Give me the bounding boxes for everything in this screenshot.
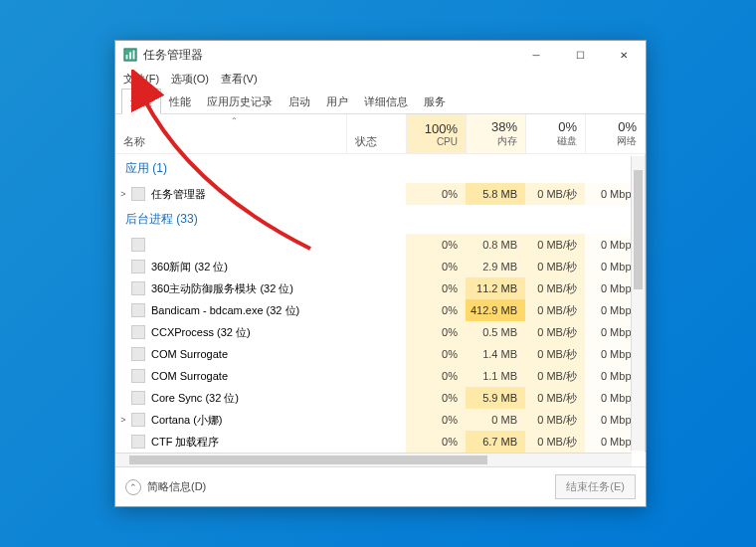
process-name: Bandicam - bdcam.exe (32 位): [131, 303, 346, 318]
process-row[interactable]: CTF 加载程序0%6.7 MB0 MB/秒0 Mbps: [115, 431, 645, 453]
network-label: 网络: [590, 134, 637, 148]
tab-performance[interactable]: 性能: [161, 90, 199, 113]
process-row[interactable]: 360主动防御服务模块 (32 位)0%11.2 MB0 MB/秒0 Mbps: [115, 277, 645, 299]
cell-disk: 0 MB/秒: [525, 431, 585, 453]
process-name: COM Surrogate: [131, 369, 346, 383]
process-icon: [131, 413, 145, 427]
window-title: 任务管理器: [143, 47, 514, 64]
group-apps: 应用 (1): [115, 154, 645, 183]
process-icon: [131, 187, 145, 201]
process-name: CCXProcess (32 位): [131, 325, 346, 340]
minimize-button[interactable]: ─: [514, 41, 558, 69]
col-disk[interactable]: 0% 磁盘: [526, 114, 586, 153]
process-row[interactable]: COM Surrogate0%1.1 MB0 MB/秒0 Mbps: [115, 365, 645, 387]
app-icon: [123, 48, 137, 62]
vscroll-thumb[interactable]: [634, 170, 643, 289]
process-icon: [131, 260, 145, 274]
expand-chevron-icon[interactable]: >: [115, 189, 131, 199]
cell-memory: 0.8 MB: [466, 234, 525, 256]
titlebar[interactable]: 任务管理器 ─ ☐ ✕: [115, 41, 646, 69]
col-memory[interactable]: 38% 内存: [467, 114, 526, 153]
tab-startup[interactable]: 启动: [281, 90, 318, 113]
col-network[interactable]: 0% 网络: [586, 114, 646, 153]
network-pct: 0%: [590, 119, 637, 134]
cell-cpu: 0%: [406, 431, 466, 453]
process-row[interactable]: >Cortana (小娜)0%0 MB0 MB/秒0 Mbps: [115, 409, 645, 431]
cell-disk: 0 MB/秒: [525, 321, 585, 343]
column-headers: ⌃ 名称 状态 100% CPU 38% 内存 0% 磁盘 0% 网络: [115, 114, 646, 154]
cell-disk: 0 MB/秒: [525, 409, 585, 431]
cell-memory: 5.8 MB: [466, 183, 525, 205]
tab-services[interactable]: 服务: [416, 90, 454, 113]
cell-cpu: 0%: [406, 321, 466, 343]
expand-chevron-icon[interactable]: >: [115, 415, 131, 425]
close-button[interactable]: ✕: [602, 41, 646, 69]
fewer-details-label: 简略信息(D): [147, 479, 206, 494]
task-manager-window: 任务管理器 ─ ☐ ✕ 文件(F) 选项(O) 查看(V) 进程 性能 应用历史…: [114, 40, 647, 507]
cell-memory: 0.5 MB: [466, 321, 525, 343]
process-row[interactable]: COM Surrogate0%1.4 MB0 MB/秒0 Mbps: [115, 343, 645, 365]
cell-memory: 0 MB: [466, 409, 525, 431]
process-row[interactable]: Bandicam - bdcam.exe (32 位)0%412.9 MB0 M…: [115, 299, 645, 321]
col-name-label: 名称: [123, 134, 338, 149]
process-icon: [131, 325, 145, 339]
cell-cpu: 0%: [406, 409, 466, 431]
process-name: Core Sync (32 位): [131, 391, 346, 406]
process-icon: [131, 238, 145, 252]
process-name: CTF 加载程序: [131, 435, 346, 450]
chevron-up-icon: ⌃: [125, 479, 141, 495]
cell-disk: 0 MB/秒: [525, 234, 585, 256]
footer: ⌃ 简略信息(D) 结束任务(E): [115, 466, 646, 506]
tabbar: 进程 性能 应用历史记录 启动 用户 详细信息 服务: [115, 89, 646, 114]
menu-view[interactable]: 查看(V): [221, 72, 258, 87]
tab-users[interactable]: 用户: [318, 90, 356, 113]
col-status[interactable]: 状态: [347, 114, 407, 153]
cell-memory: 2.9 MB: [466, 256, 525, 277]
svg-rect-3: [133, 51, 135, 60]
process-icon: [131, 303, 145, 317]
process-icon: [131, 347, 145, 361]
horizontal-scrollbar[interactable]: [115, 453, 632, 466]
fewer-details-toggle[interactable]: ⌃ 简略信息(D): [125, 479, 206, 495]
svg-rect-2: [129, 52, 131, 59]
menu-options[interactable]: 选项(O): [171, 72, 209, 87]
tab-details[interactable]: 详细信息: [356, 90, 416, 113]
cell-memory: 1.1 MB: [466, 365, 525, 387]
cell-memory: 412.9 MB: [466, 299, 525, 321]
process-icon: [131, 391, 145, 405]
menu-file[interactable]: 文件(F): [123, 72, 159, 87]
cell-cpu: 0%: [406, 299, 466, 321]
vertical-scrollbar[interactable]: [631, 156, 645, 451]
cell-memory: 1.4 MB: [466, 343, 525, 365]
process-row[interactable]: >任务管理器0%5.8 MB0 MB/秒0 Mbps: [115, 183, 645, 205]
col-cpu[interactable]: 100% CPU: [407, 114, 467, 153]
cell-cpu: 0%: [406, 234, 466, 256]
process-row[interactable]: 0%0.8 MB0 MB/秒0 Mbps: [115, 234, 645, 256]
cell-disk: 0 MB/秒: [525, 183, 585, 205]
process-row[interactable]: 360新闻 (32 位)0%2.9 MB0 MB/秒0 Mbps: [115, 256, 645, 277]
process-name: 360主动防御服务模块 (32 位): [131, 281, 346, 296]
tab-processes[interactable]: 进程: [121, 89, 161, 114]
cell-cpu: 0%: [406, 277, 466, 299]
tab-app-history[interactable]: 应用历史记录: [199, 90, 281, 113]
end-task-button[interactable]: 结束任务(E): [555, 474, 636, 499]
cell-disk: 0 MB/秒: [525, 299, 585, 321]
hscroll-thumb[interactable]: [129, 456, 487, 464]
cell-disk: 0 MB/秒: [525, 277, 585, 299]
process-list[interactable]: 应用 (1)>任务管理器0%5.8 MB0 MB/秒0 Mbps后台进程 (33…: [115, 154, 646, 453]
col-status-label: 状态: [355, 134, 377, 149]
cell-cpu: 0%: [406, 183, 466, 205]
cell-cpu: 0%: [406, 365, 466, 387]
process-icon: [131, 435, 145, 449]
cell-disk: 0 MB/秒: [525, 387, 585, 409]
process-icon: [131, 281, 145, 295]
cell-disk: 0 MB/秒: [525, 343, 585, 365]
process-row[interactable]: CCXProcess (32 位)0%0.5 MB0 MB/秒0 Mbps: [115, 321, 645, 343]
memory-label: 内存: [471, 134, 517, 148]
maximize-button[interactable]: ☐: [558, 41, 602, 69]
disk-label: 磁盘: [530, 134, 577, 148]
col-name[interactable]: ⌃ 名称: [115, 114, 347, 153]
disk-pct: 0%: [530, 119, 577, 134]
memory-pct: 38%: [471, 119, 517, 134]
process-row[interactable]: Core Sync (32 位)0%5.9 MB0 MB/秒0 Mbps: [115, 387, 645, 409]
